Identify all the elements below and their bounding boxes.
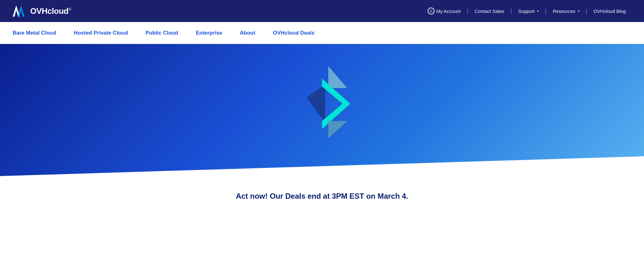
nav-enterprise[interactable]: Enterprise: [187, 30, 231, 36]
svg-marker-2: [328, 66, 347, 88]
nav-ovhcloud-deals[interactable]: OVHcloud Deals: [264, 30, 323, 36]
svg-marker-1: [17, 5, 25, 17]
nav-bare-metal-cloud[interactable]: Bare Metal Cloud: [13, 30, 65, 36]
separator-2: |: [510, 8, 512, 14]
nav-about[interactable]: About: [231, 30, 264, 36]
nav-hosted-private-cloud[interactable]: Hosted Private Cloud: [65, 30, 137, 36]
deal-text: Act now! Our Deals end at 3PM EST on Mar…: [13, 192, 631, 201]
bottom-section: Act now! Our Deals end at 3PM EST on Mar…: [0, 176, 644, 213]
ovhcloud-logo-icon: [13, 5, 28, 17]
main-nav: Bare Metal Cloud Hosted Private Cloud Pu…: [0, 22, 644, 44]
hero-logo-svg: [287, 60, 357, 141]
logo-area[interactable]: OVHcloud®: [13, 5, 71, 17]
hero-logo-container: [287, 60, 357, 141]
support-link[interactable]: Support ▾: [513, 8, 545, 14]
resources-link[interactable]: Resources ▾: [547, 8, 585, 14]
top-nav: ⊙ My Account | Contact Sales | Support ▾…: [422, 8, 632, 14]
separator-1: |: [467, 8, 469, 14]
resources-chevron-icon: ▾: [578, 9, 580, 13]
support-chevron-icon: ▾: [537, 9, 539, 13]
svg-marker-3: [306, 85, 325, 123]
top-bar: OVHcloud® ⊙ My Account | Contact Sales |…: [0, 0, 644, 22]
separator-4: |: [586, 8, 587, 14]
svg-marker-5: [328, 121, 347, 138]
separator-3: |: [545, 8, 547, 14]
blog-link[interactable]: OVHcloud Blog: [588, 8, 631, 14]
hero-banner: [0, 44, 644, 176]
my-account-link[interactable]: ⊙ My Account: [422, 8, 467, 14]
logo-text: OVHcloud®: [30, 6, 71, 16]
account-icon: ⊙: [428, 8, 435, 14]
nav-public-cloud[interactable]: Public Cloud: [137, 30, 187, 36]
contact-sales-link[interactable]: Contact Sales: [469, 8, 510, 14]
